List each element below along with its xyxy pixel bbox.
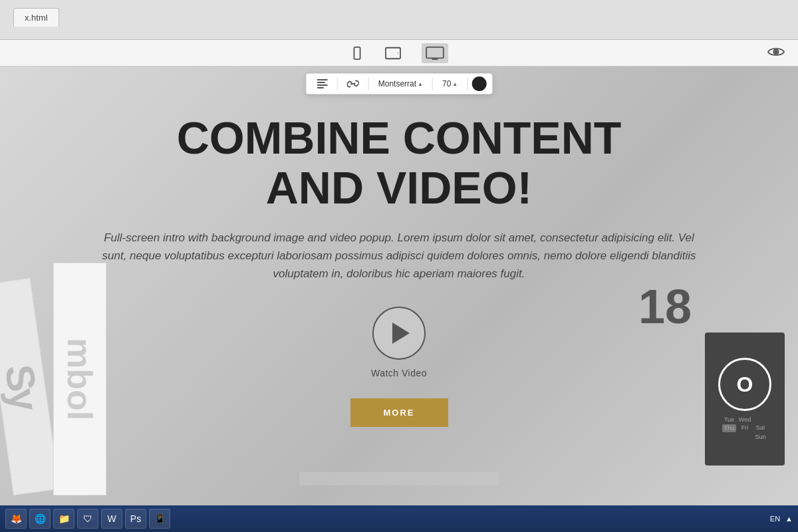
mobile-device-button[interactable] [350, 46, 364, 61]
laptop-decoration [299, 472, 499, 485]
svg-rect-9 [317, 79, 328, 80]
taskbar-photoshop-button[interactable]: Ps [125, 509, 146, 529]
svg-rect-11 [317, 84, 328, 86]
hero-title-line1: COMBINE CONTENT [177, 112, 622, 163]
browser-tab[interactable]: x.html [13, 8, 59, 27]
taskbar-security-button[interactable]: 🛡 [77, 509, 98, 529]
play-triangle-icon [392, 323, 410, 344]
font-name: Montserrat [378, 79, 416, 88]
taskbar-right: EN ▲ [770, 515, 793, 523]
hero-subtitle: Full-screen intro with background image … [100, 229, 698, 283]
hero-title: COMBINE CONTENT and VIDEO! [177, 113, 622, 213]
size-caret-icon: ▲ [452, 81, 458, 87]
toolbar-divider-3 [432, 77, 433, 90]
taskbar-browser-button[interactable]: 🌐 [29, 509, 51, 529]
taskbar-filezilla-button[interactable]: 📁 [53, 509, 74, 529]
taskbar-start-button[interactable]: 🦊 [5, 509, 27, 529]
taskbar: 🦊 🌐 📁 🛡 W Ps 📱 EN ▲ [0, 505, 798, 532]
color-picker-button[interactable] [471, 76, 486, 91]
desktop-device-button[interactable] [422, 43, 448, 63]
svg-rect-4 [426, 47, 444, 58]
taskbar-word-button[interactable]: W [101, 509, 122, 529]
font-size-value: 70 [442, 79, 451, 88]
svg-point-8 [775, 51, 777, 53]
font-caret-icon: ▲ [418, 81, 423, 87]
font-selector[interactable]: Montserrat ▲ [373, 76, 428, 91]
taskbar-extra-button[interactable]: 📱 [149, 509, 170, 529]
svg-rect-12 [317, 87, 324, 88]
toolbar-divider-2 [368, 77, 369, 90]
play-circle [372, 307, 426, 360]
hero-title-line2: and VIDEO! [266, 162, 532, 213]
link-button[interactable] [342, 76, 364, 91]
more-button[interactable]: MORE [350, 398, 448, 427]
tablet-device-button[interactable] [384, 46, 402, 61]
hero-content: COMBINE CONTENT and VIDEO! Full-screen i… [0, 100, 798, 440]
watch-video-label: Watch Video [371, 368, 427, 378]
browser-chrome: x.html [0, 0, 798, 40]
preview-eye-button[interactable] [767, 45, 785, 61]
toolbar-divider-4 [467, 77, 467, 90]
svg-rect-10 [317, 82, 325, 83]
text-formatting-toolbar: Montserrat ▲ 70 ▲ [306, 73, 493, 94]
svg-rect-0 [354, 47, 360, 59]
watch-video-button[interactable]: Watch Video [371, 307, 427, 378]
browser-toolbar [0, 40, 798, 66]
taskbar-lang: EN [770, 515, 780, 523]
font-size-selector[interactable]: 70 ▲ [437, 76, 463, 91]
toolbar-divider-1 [337, 77, 338, 90]
align-button[interactable] [312, 76, 333, 91]
taskbar-arrow-up-icon: ▲ [785, 515, 793, 523]
main-content-area: Sy mbol 18 O TueWed Thu FriSat Sun [0, 66, 798, 505]
